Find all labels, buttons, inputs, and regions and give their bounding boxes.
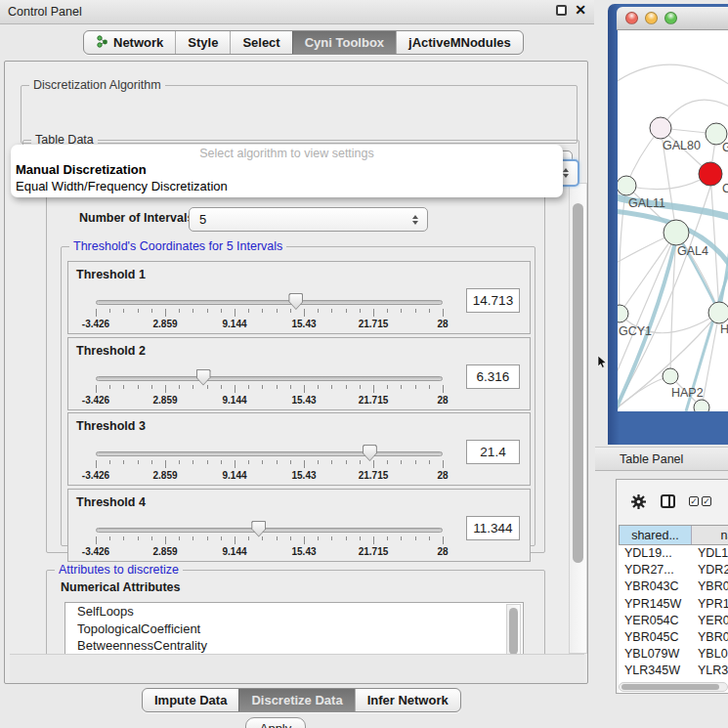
network-node-label: GAL4 [677, 244, 708, 258]
panel-scrollbar[interactable] [569, 183, 587, 654]
table-row[interactable]: YBR043CYBR0 [619, 578, 728, 595]
attribute-list-scrollbar[interactable] [506, 604, 521, 654]
tab-label: Discretize Data [251, 693, 342, 707]
table-row[interactable]: YBL079WYBL0 [619, 646, 728, 663]
threshold-label: Threshold 3 [76, 419, 146, 433]
table-row[interactable]: YLR345WYLR3 [619, 663, 728, 679]
network-node[interactable] [618, 176, 636, 195]
slider-tick [123, 460, 124, 464]
checkbox-icon[interactable]: ✓ [689, 496, 699, 506]
slider-tick [277, 536, 278, 540]
slider-handle[interactable] [363, 445, 377, 461]
slider-track[interactable] [96, 451, 443, 456]
slider-handle[interactable] [288, 293, 303, 310]
threshold-coordinates-group: Threshold's Coordinates for 5 Intervals … [61, 246, 535, 546]
mac-minimize-button[interactable] [645, 12, 658, 24]
scrollbar-thumb[interactable] [509, 608, 518, 654]
threshold-value-field[interactable]: 14.713 [466, 288, 520, 313]
table-hscrollbar[interactable] [619, 682, 728, 692]
menu-item-equal-width-discretization[interactable]: Equal Width/Frequency Discretization [11, 179, 563, 195]
tab-content-panel: Discretization Algorithm Select algorith… [4, 61, 588, 684]
network-node[interactable] [708, 302, 728, 323]
mac-close-button[interactable] [625, 12, 638, 24]
tab-discretize-data[interactable]: Discretize Data [238, 689, 354, 711]
num-intervals-combo[interactable]: 5 [189, 207, 428, 232]
slider-tick-label: 2.859 [152, 395, 177, 406]
slider-tick [346, 385, 347, 389]
slider-tick [373, 460, 374, 468]
slider-track[interactable] [96, 300, 443, 305]
network-node-label: H [720, 322, 728, 336]
table-row[interactable]: YER054CYER0 [619, 613, 728, 629]
network-canvas[interactable]: GAL80GCGAL11GAL4GCY1HHAP2 [618, 30, 728, 411]
combo-spinner-icon [412, 215, 418, 225]
slider-tick [165, 536, 166, 544]
table-panel-toolbar: ✓ ✓ [617, 480, 728, 523]
slider-tick [387, 309, 388, 313]
table-cell: YBL0 [692, 646, 728, 663]
tab-cyni-toolbox[interactable]: Cyni Toolbox [292, 31, 396, 54]
slider-tick-label: 21.715 [359, 395, 389, 406]
network-node[interactable] [663, 368, 678, 384]
slider-tick [290, 536, 291, 540]
table-row[interactable]: YBR045CYBR0 [619, 629, 728, 646]
slider-tick [331, 385, 332, 389]
attribute-list-item[interactable]: SelfLoops [65, 603, 523, 621]
slider-tick [401, 460, 402, 464]
slider-tick-label: 28 [437, 395, 448, 406]
mac-zoom-button[interactable] [664, 12, 677, 24]
table-cell: YPR145W [619, 596, 692, 613]
slider-tick [248, 536, 249, 540]
table-cell: YPR1 [692, 596, 728, 613]
threshold-value-field[interactable]: 21.4 [466, 440, 520, 464]
attribute-list-item[interactable]: BetweennessCentrality [65, 637, 523, 654]
network-node[interactable] [650, 117, 671, 139]
table-column-header[interactable]: na [692, 526, 728, 544]
close-icon[interactable]: ✕ [575, 5, 586, 16]
table-row[interactable]: YPR145WYPR1 [619, 596, 728, 613]
checkbox-icon[interactable]: ✓ [702, 496, 711, 506]
control-panel-titlebar: Control Panel ✕ [0, 0, 594, 24]
float-window-icon[interactable] [556, 5, 567, 16]
slider-tick [151, 536, 152, 540]
scrollbar-thumb[interactable] [573, 203, 583, 563]
slider-tick [346, 460, 347, 464]
slider-track[interactable] [96, 528, 443, 533]
slider-tick-label: -3.426 [82, 470, 109, 481]
gear-icon[interactable] [630, 493, 647, 510]
network-node[interactable] [694, 400, 709, 411]
slider-handle[interactable] [196, 369, 211, 386]
tab-impute-data[interactable]: Impute Data [143, 689, 238, 711]
attribute-list-item[interactable]: TopologicalCoefficient [65, 621, 523, 638]
threshold-label: Threshold 4 [76, 495, 146, 509]
table-column-header[interactable]: shared... [620, 526, 692, 544]
slider-tick [165, 309, 166, 317]
slider-tick-label: 9.144 [222, 470, 246, 481]
tab-jactivemnodules[interactable]: jActiveMNodules [396, 31, 523, 54]
slider-tick [207, 309, 208, 313]
slider-track[interactable] [96, 376, 443, 381]
attributes-group-title: Attributes to discretize [55, 563, 183, 577]
threshold-value-field[interactable]: 6.316 [466, 364, 520, 389]
split-columns-icon[interactable] [661, 494, 675, 508]
slider-handle[interactable] [251, 521, 266, 537]
numerical-attributes-list[interactable]: SelfLoopsTopologicalCoefficientBetweenne… [64, 602, 524, 654]
slider-tick [235, 460, 236, 468]
slider-tick [207, 536, 208, 540]
apply-button[interactable]: Apply [245, 717, 306, 728]
tab-select[interactable]: Select [230, 31, 291, 54]
network-node[interactable] [699, 162, 722, 186]
menu-item-manual-discretization[interactable]: Manual Discretization [11, 162, 563, 179]
network-node[interactable] [664, 220, 689, 245]
slider-tick-label: 2.859 [152, 546, 177, 557]
table-row[interactable]: YDR27...YDR2 [619, 562, 728, 578]
tab-infer-network[interactable]: Infer Network [355, 689, 460, 711]
scrollbar-thumb[interactable] [621, 684, 719, 690]
tab-style[interactable]: Style [175, 31, 230, 54]
screen: { "control_panel": { "title": "Control P… [0, 0, 728, 728]
threshold-value-field[interactable]: 11.344 [466, 516, 520, 540]
tab-network[interactable]: Network [84, 31, 175, 54]
combo-spinner-icon [563, 168, 569, 178]
slider-tick [207, 460, 208, 464]
table-row[interactable]: YDL19...YDL1 [619, 545, 728, 562]
